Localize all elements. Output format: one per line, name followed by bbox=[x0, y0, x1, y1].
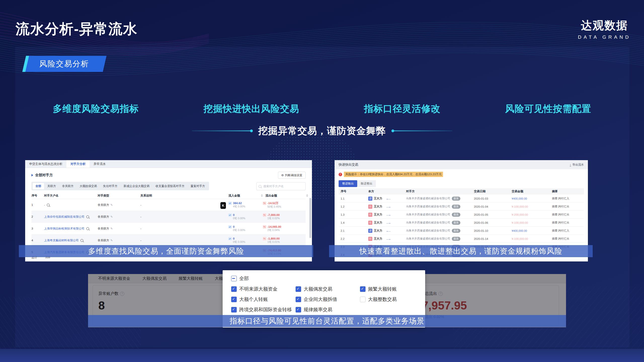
direction-badge: 出 bbox=[368, 237, 372, 241]
search-input[interactable] bbox=[263, 185, 297, 188]
table-row: 1.3 出王大力→ 乌鲁木齐西豫盛通机械设备有限公司股东 2020-01-05 … bbox=[339, 211, 584, 219]
search-icon[interactable] bbox=[86, 227, 89, 230]
flow-arrow-icon: → bbox=[385, 205, 392, 208]
edit-icon[interactable]: ✎ bbox=[110, 227, 113, 230]
filter-related[interactable]: 关联方 bbox=[45, 183, 59, 189]
table-row: 2.2 出王大力→ 乌鲁木齐西豫盛通机械设备有限公司股东 2020-01-14 … bbox=[339, 235, 584, 243]
filter-high-overlap[interactable]: 收支重合度较高对手方 bbox=[153, 183, 187, 189]
page-title: 流水分析-异常流水 bbox=[16, 20, 138, 39]
table-header: 序号 本方 对手方 交易日期 交易金额 摘要 bbox=[339, 188, 584, 195]
outflow-trend-icon bbox=[263, 225, 266, 229]
feature-item: 指标口径灵活修改 bbox=[364, 103, 440, 115]
slide: 流水分析-异常流水 达观数据 DATA GRAND 风险交易分析 多维度风险交易… bbox=[0, 0, 644, 362]
table-row: 2 上海余特包装机械制造有限公司 非关联方✎ - 0 0笔 0.00% -7,0… bbox=[31, 211, 306, 223]
checkbox[interactable] bbox=[296, 286, 301, 292]
gear-icon: ⚙ bbox=[281, 173, 284, 177]
tagline-connector-right bbox=[392, 130, 452, 131]
feature-item: 风险可见性按需配置 bbox=[505, 103, 591, 115]
filter-unrelated[interactable]: 非关联方 bbox=[59, 183, 76, 189]
table-header: 序号 对手方户名 对手类型 关系说明 流入金额 流出金额 bbox=[31, 192, 306, 199]
outflow-trend-icon bbox=[263, 202, 266, 205]
flow-arrow-icon: → bbox=[385, 237, 392, 240]
expand-caret-icon[interactable] bbox=[31, 174, 33, 176]
direction-badge: 出 bbox=[368, 213, 372, 217]
tab-counterparty-analysis[interactable]: 对手方分析 bbox=[66, 160, 90, 168]
scrollbar[interactable] bbox=[309, 198, 311, 238]
mode-switch: 整进散出 散进整出 bbox=[339, 180, 376, 187]
filter-large-guarantee[interactable]: 大额担保交易 bbox=[77, 183, 100, 189]
search-box bbox=[256, 182, 306, 190]
alert-icon: ! bbox=[339, 173, 342, 176]
edit-icon[interactable]: ✎ bbox=[110, 215, 113, 218]
section-title: 全部对手方 bbox=[35, 173, 53, 177]
filter-bar: 全部 关联方 非关联方 大额担保交易 失信对手方 新成立企业大额交易 收支重合度… bbox=[31, 182, 209, 190]
sort-icon[interactable] bbox=[261, 194, 263, 197]
risk-alert-text: 风险提示：存在13笔快进快出，总流入额834.23万元，总流出额123.23万元 bbox=[344, 172, 443, 177]
shareholder-tag: 股东 bbox=[452, 197, 460, 201]
direction-badge: 出 bbox=[368, 205, 372, 209]
cursor-k-badge: K bbox=[220, 202, 226, 209]
inflow-trend-icon bbox=[228, 213, 232, 217]
edit-icon[interactable]: ✎ bbox=[110, 203, 113, 207]
search-icon[interactable] bbox=[47, 204, 50, 206]
edit-icon[interactable]: ✎ bbox=[110, 239, 113, 242]
table-row: 1 - 非关联方✎ - K 384.62 4笔 0.00% -14.52万 50… bbox=[31, 199, 306, 211]
search-icon bbox=[259, 185, 261, 188]
filter-all[interactable]: 全部 bbox=[33, 183, 44, 189]
checkbox[interactable] bbox=[231, 286, 237, 292]
export-flow-button[interactable]: ↓ 导出流水 bbox=[570, 163, 584, 167]
tab-bar: 申贷主体与流水总况分析 对手方分析 异常流水 bbox=[25, 160, 312, 168]
counterparty-link[interactable]: 上海华测品标检测技术有限公司 bbox=[44, 227, 85, 231]
filter-new-company[interactable]: 新成立企业大额交易 bbox=[121, 183, 152, 189]
search-icon[interactable] bbox=[86, 215, 89, 218]
checkbox[interactable] bbox=[296, 297, 301, 302]
direction-badge: 出 bbox=[368, 221, 372, 225]
checkbox-all[interactable] bbox=[231, 276, 237, 281]
tab-abnormal-flow[interactable]: 异常流水 bbox=[90, 160, 110, 168]
tagline-connector-left bbox=[192, 130, 252, 131]
checkbox[interactable] bbox=[231, 297, 237, 302]
counterparty-link[interactable]: 上海奇克氟硅材料有限公司 bbox=[44, 239, 79, 242]
flow-arrow-icon: → bbox=[385, 213, 392, 216]
download-icon: ↓ bbox=[570, 163, 571, 166]
filter-dishonest[interactable]: 失信对手方 bbox=[100, 183, 120, 189]
table-row: 1.2 出王大力→ 乌鲁木齐西豫盛通机械设备有限公司股东 2020-01-04 … bbox=[339, 203, 584, 211]
flow-arrow-icon: ← bbox=[385, 197, 392, 200]
checkbox[interactable] bbox=[360, 286, 366, 292]
checkbox[interactable] bbox=[231, 307, 237, 312]
shareholder-tag: 股东 bbox=[452, 205, 460, 209]
shareholder-tag: 股东 bbox=[452, 229, 460, 233]
checkbox[interactable] bbox=[296, 307, 301, 312]
right-caption-bar: 快速查看整进散出、散进整出交易，谨防资金规模粉饰风险 bbox=[329, 245, 593, 257]
checkbox[interactable] bbox=[360, 297, 366, 302]
threshold-settings-button[interactable]: ⚙ 判断阈值设置 bbox=[278, 172, 306, 179]
outflow-trend-icon bbox=[263, 237, 266, 240]
tagline-text: 挖掘异常交易，谨防资金舞弊 bbox=[258, 124, 386, 137]
shareholder-tag: 股东 bbox=[452, 213, 460, 217]
feature-list: 多维度风险交易指标 挖掘快进快出风险交易 指标口径灵活修改 风险可见性按需配置 bbox=[53, 103, 591, 115]
mode-scatter-in-whole-out[interactable]: 散进整出 bbox=[357, 180, 376, 187]
brand-logo-en: DATA GRAND bbox=[578, 34, 631, 40]
table-row: 3 上海华测品标检测技术有限公司 非关联方✎ - 0 0笔 0.00% -14,… bbox=[31, 223, 306, 235]
flow-arrow-icon: ← bbox=[385, 229, 392, 232]
table-row: 1.1 进王大力← 乌鲁木齐西豫盛通机械设备有限公司股东 2020-01-03 … bbox=[339, 195, 584, 203]
inflow-trend-icon bbox=[228, 202, 232, 205]
search-icon[interactable] bbox=[80, 239, 83, 242]
brand-logo: 达观数据 DATA GRAND bbox=[578, 18, 631, 40]
sort-icon[interactable] bbox=[306, 194, 308, 197]
counterparty-link[interactable]: 上海余特包装机械制造有限公司 bbox=[44, 215, 85, 219]
panel-header: 快进快出交易 ↓ 导出流水 bbox=[335, 160, 588, 169]
table-footer-strip bbox=[25, 260, 312, 261]
outflow-trend-icon bbox=[263, 213, 266, 217]
bottom-caption-bar: 指标口径与风险可见性前台灵活配置，适配多类业务场景 bbox=[88, 315, 566, 327]
tab-loan-subject-analysis[interactable]: 申贷主体与流水总况分析 bbox=[25, 160, 66, 168]
table-row: 4 上海奇克氟硅材料有限公司 非关联方✎ - 0 0笔 0.00% -1,800… bbox=[31, 235, 306, 246]
panel-title: 快进快出交易 bbox=[339, 162, 358, 167]
shareholder-tag: 股东 bbox=[452, 237, 460, 241]
mode-whole-in-scatter-out[interactable]: 整进散出 bbox=[339, 180, 357, 187]
counterparty-link[interactable]: - bbox=[44, 203, 45, 206]
filter-duplicate[interactable]: 重复对手方 bbox=[188, 183, 208, 189]
feature-item: 多维度风险交易指标 bbox=[53, 103, 139, 115]
shareholder-tag: 股东 bbox=[452, 221, 460, 225]
footer-band bbox=[0, 349, 644, 362]
